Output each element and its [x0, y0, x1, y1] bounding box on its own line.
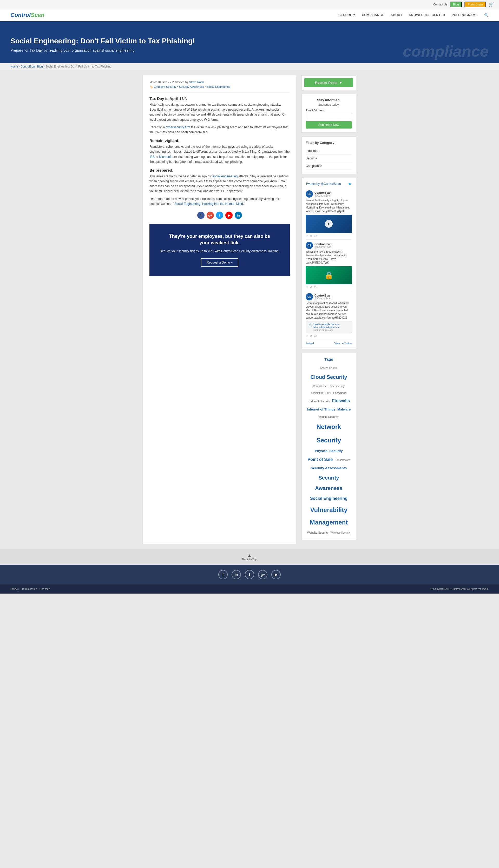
footer-twitter[interactable]: t: [245, 570, 254, 579]
tweet-1-actions: ♡ ↺ 1h: [306, 235, 352, 237]
embed-link[interactable]: Embed: [306, 342, 314, 345]
tag-cybersecurity[interactable]: Cybersecurity: [329, 384, 345, 389]
subscribe-button[interactable]: Subscribe Now: [306, 121, 352, 128]
share-google-plus[interactable]: g+: [207, 212, 214, 219]
social-engineering-link[interactable]: social engineering: [212, 175, 238, 178]
tag-security-awareness[interactable]: Security Awareness: [179, 85, 204, 88]
view-on-twitter-link[interactable]: View on Twitter: [334, 342, 352, 345]
related-posts-widget: Related Posts ▼: [302, 75, 356, 90]
back-to-top[interactable]: ▲ Back to Top: [0, 549, 499, 565]
nav-knowledge-center[interactable]: KNOWLEDGE CENTER: [409, 13, 445, 17]
tag-security-assess[interactable]: Security Assessments: [311, 465, 347, 471]
tags-cloud: Access Control Cloud Security Compliance…: [306, 365, 352, 536]
tag-vuln-mgmt[interactable]: Vulnerability Management: [306, 504, 351, 529]
portal-login-button[interactable]: Portal Login: [464, 2, 486, 7]
blog-button[interactable]: Blog: [450, 2, 462, 7]
footer-linkedin[interactable]: in: [232, 570, 241, 579]
tag-security[interactable]: Security: [317, 434, 341, 446]
article-h-vigilant: Remain vigilant.: [149, 138, 290, 143]
footer-google-plus[interactable]: g+: [258, 570, 267, 579]
tweet-1-time: 1h: [314, 235, 317, 237]
tweet-1-image: ▶: [306, 215, 352, 233]
tag-ransomware[interactable]: Ransomware: [335, 457, 350, 463]
nav-compliance[interactable]: COMPLIANCE: [362, 13, 384, 17]
tag-legislation[interactable]: Legislation: [311, 390, 324, 396]
tag-firewalls[interactable]: Firewalls: [332, 397, 350, 405]
breadcrumb-current: Social Engineering: Don't Fall Victim to…: [46, 65, 112, 68]
tag-iot[interactable]: Internet of Things: [307, 406, 336, 413]
footer-youtube[interactable]: ▶: [271, 570, 281, 579]
tag-physical[interactable]: Physical Security: [315, 448, 343, 454]
tag-network[interactable]: Network: [317, 420, 341, 433]
tweet-1-heart[interactable]: ♡: [306, 235, 308, 237]
footer-privacy[interactable]: Privacy: [10, 588, 19, 590]
footer-facebook[interactable]: f: [218, 570, 228, 579]
tag-mobile[interactable]: Mobile Security: [319, 414, 338, 419]
tweet-3-retweet[interactable]: ↺: [310, 335, 312, 338]
tag-social-engineering[interactable]: Social Engineering: [207, 85, 231, 88]
tweet-1-retweet[interactable]: ↺: [310, 235, 312, 237]
tweet-2-heart[interactable]: ♡: [306, 286, 308, 289]
article-p3: Fraudsters, cyber crooks and the rest of…: [149, 144, 290, 164]
published-by-label: Published by: [172, 80, 188, 84]
nav-links: SECURITY COMPLIANCE ABOUT KNOWLEDGE CENT…: [338, 13, 489, 17]
tweet-2-retweet[interactable]: ↺: [310, 286, 312, 289]
filter-industries[interactable]: Industries: [306, 147, 352, 155]
tweet-3-link-title[interactable]: How to enable the roo...: [314, 323, 341, 326]
search-icon[interactable]: 🔍: [484, 13, 489, 17]
tweet-3-heart[interactable]: ♡: [306, 335, 308, 338]
article-h-prepared: Be prepared.: [149, 168, 290, 173]
tweet-3-link-domain: support.apple.com: [314, 329, 341, 331]
nav-about[interactable]: ABOUT: [391, 13, 402, 17]
tag-security-awareness[interactable]: Security Awareness: [306, 473, 351, 493]
contact-us-link[interactable]: Contact Us: [433, 3, 447, 6]
link-preview-icon: 📄: [307, 323, 312, 327]
cybersecurity-firm-link[interactable]: cybersecurity firm: [166, 125, 190, 129]
share-twitter[interactable]: t: [216, 212, 223, 219]
tag-wireless[interactable]: Wireless Security: [330, 530, 350, 536]
cta-body: Reduce your security risk by up to 70% w…: [157, 249, 282, 253]
cta-banner: They're your employees, but they can als…: [149, 224, 290, 276]
breadcrumb-home[interactable]: Home: [10, 65, 18, 68]
filter-security[interactable]: Security: [306, 155, 352, 162]
related-posts-button[interactable]: Related Posts ▼: [304, 78, 353, 87]
nav-security[interactable]: SECURITY: [338, 13, 355, 17]
main-nav: ControlScan SECURITY COMPLIANCE ABOUT KN…: [0, 9, 499, 21]
footer-terms[interactable]: Terms of Use: [22, 588, 37, 590]
tag-endpoint-security[interactable]: Endpoint Security: [154, 85, 176, 88]
article-author[interactable]: Steve Robb: [189, 80, 204, 84]
tweet-2-text: What's the new threat to watch? Fileless…: [306, 250, 352, 265]
share-youtube[interactable]: ▶: [225, 212, 233, 219]
nav-pci-programs[interactable]: PCI PROGRAMS: [452, 13, 478, 17]
microsoft-link[interactable]: Microsoft: [159, 155, 172, 159]
tweet-3-name: ControlScan: [315, 294, 331, 297]
tweet-1-name: ControlScan: [315, 191, 331, 194]
article-p4: Awareness remains the best defense again…: [149, 174, 290, 194]
tag-website-sec[interactable]: Website Security: [307, 530, 328, 536]
request-demo-button[interactable]: Request a Demo »: [201, 258, 238, 267]
article-body: Tax Day is April 18th. Historically spea…: [149, 96, 290, 206]
breadcrumb-blog[interactable]: ControlScan Blog: [21, 65, 43, 68]
tag-social-eng[interactable]: Social Engineering: [310, 494, 348, 503]
play-button[interactable]: ▶: [325, 220, 333, 228]
footer-sitemap[interactable]: Site Map: [40, 588, 50, 590]
back-to-top-label: Back to Top: [242, 558, 257, 561]
tag-pos[interactable]: Point of Sale: [307, 455, 333, 464]
filter-compliance[interactable]: Compliance: [306, 162, 352, 170]
tweet-1: CS ControlScan @ControlScan Ensure the #…: [306, 188, 352, 240]
filter-heading: Filter by Category:: [306, 141, 352, 144]
tag-compliance[interactable]: Compliance: [313, 384, 327, 389]
webinar-link[interactable]: Social Engineering: Hacking into the Hum…: [174, 202, 243, 206]
tag-encryption[interactable]: Encryption: [333, 390, 346, 396]
tag-emv[interactable]: EMV: [325, 390, 331, 396]
tag-cloud-security[interactable]: Cloud Security: [310, 372, 347, 382]
tag-access-control[interactable]: Access Control: [320, 366, 337, 371]
tag-endpoint-sec[interactable]: Endpoint Security: [308, 398, 330, 404]
share-linkedin[interactable]: in: [235, 212, 242, 219]
tag-malware[interactable]: Malware: [337, 406, 351, 413]
site-logo[interactable]: ControlScan: [10, 12, 45, 18]
cart-icon[interactable]: 🛒: [489, 2, 494, 7]
share-facebook[interactable]: f: [197, 212, 205, 219]
irs-link[interactable]: IRS: [149, 155, 155, 159]
email-input[interactable]: [306, 113, 352, 119]
